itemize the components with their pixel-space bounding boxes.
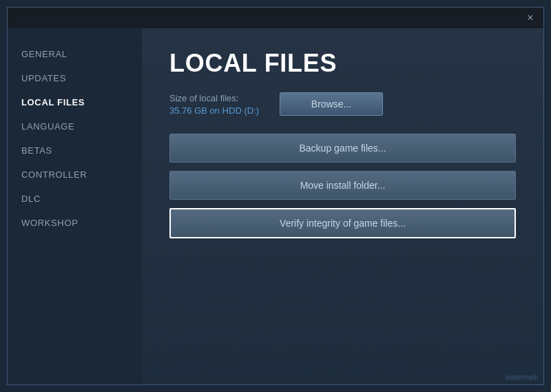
file-info-row: Size of local files: 35.76 GB on HDD (D:… (169, 92, 516, 116)
sidebar-item-workshop[interactable]: WORKSHOP (8, 211, 142, 235)
sidebar: GENERAL UPDATES LOCAL FILES LANGUAGE BET… (8, 28, 142, 384)
sidebar-item-dlc[interactable]: DLC (8, 187, 142, 211)
content-area: GENERAL UPDATES LOCAL FILES LANGUAGE BET… (8, 28, 543, 384)
sidebar-item-betas[interactable]: BETAS (8, 138, 142, 163)
verify-integrity-button[interactable]: Verify integrity of game files... (169, 208, 516, 238)
file-size-container: Size of local files: 35.76 GB on HDD (D:… (169, 92, 259, 116)
sidebar-item-language[interactable]: LANGUAGE (8, 114, 142, 138)
file-size-label: Size of local files: (169, 93, 238, 103)
sidebar-item-updates[interactable]: UPDATES (8, 66, 142, 90)
sidebar-item-general[interactable]: GENERAL (8, 42, 142, 66)
sidebar-item-controller[interactable]: CONTROLLER (8, 163, 142, 187)
dialog: × GENERAL UPDATES LOCAL FILES LANGUAGE B… (7, 7, 544, 385)
file-size-value[interactable]: 35.76 GB on HDD (D:) (169, 105, 259, 116)
backup-button[interactable]: Backup game files... (169, 134, 516, 163)
sidebar-item-local-files[interactable]: LOCAL FILES (8, 90, 142, 114)
close-button[interactable]: × (523, 10, 538, 25)
page-title: LOCAL FILES (169, 49, 516, 78)
watermark: watermark (506, 373, 538, 381)
browse-button[interactable]: Browse... (280, 92, 383, 116)
move-install-button[interactable]: Move install folder... (169, 171, 516, 200)
main-content: LOCAL FILES Size of local files: 35.76 G… (142, 28, 543, 384)
title-bar: × (8, 8, 543, 28)
